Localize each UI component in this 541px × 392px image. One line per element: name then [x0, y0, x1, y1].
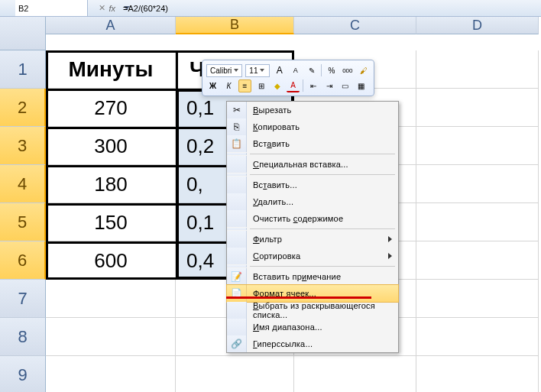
menu-item-icon-empty — [227, 319, 247, 335]
cell[interactable] — [46, 280, 176, 318]
borders-icon[interactable]: ⊞ — [254, 79, 267, 92]
decrease-decimal-icon[interactable]: ⇤ — [306, 79, 319, 92]
row-header-2[interactable]: 2 — [0, 89, 46, 127]
cell[interactable] — [416, 89, 539, 127]
menu-item-label: Сортировка — [247, 251, 398, 261]
format-painter-icon[interactable]: 🖌 — [357, 64, 370, 77]
highlight-underline — [226, 296, 371, 299]
increase-decimal-icon[interactable]: ⇥ — [322, 79, 335, 92]
menu-item-label: Вставить... — [247, 180, 398, 190]
formula-bar: ✕ fx =A2/(60*24) — [0, 0, 541, 17]
cell[interactable] — [176, 356, 294, 392]
fx-area: ✕ fx — [88, 3, 118, 13]
cell[interactable]: 300 — [46, 127, 176, 165]
row-header-9[interactable]: 9 — [0, 356, 46, 392]
menu-item-label: Фильтр — [247, 235, 398, 244]
menu-item-icon: ✂ — [227, 102, 247, 118]
cell[interactable]: 150 — [46, 203, 176, 241]
cancel-icon[interactable]: ✕ — [99, 3, 105, 13]
menu-item-label: Очистить содержимое — [247, 214, 398, 223]
cell[interactable] — [294, 356, 416, 392]
font-size-select[interactable]: 11 — [245, 64, 270, 77]
cell[interactable]: 270 — [46, 89, 176, 127]
menu-item-label: Выбрать из раскрывающегося списка... — [247, 301, 398, 319]
menu-item-label: Удалить... — [247, 197, 398, 206]
context-menu-item[interactable]: Сортировка — [227, 248, 398, 264]
row-header-1[interactable]: 1 — [0, 50, 46, 89]
row-header-6[interactable]: 6 — [0, 241, 46, 280]
cell[interactable] — [46, 356, 176, 392]
bold-icon[interactable]: Ж — [206, 79, 219, 92]
cell[interactable] — [416, 50, 539, 89]
context-menu-item[interactable]: Фильтр — [227, 231, 398, 248]
cell[interactable] — [416, 127, 539, 165]
submenu-arrow-icon — [388, 236, 392, 242]
menu-item-label: Копировать — [247, 122, 398, 131]
menu-item-icon: 🔗 — [227, 335, 247, 352]
menu-item-label: Имя диапазона... — [247, 322, 398, 332]
fill-color-icon[interactable]: ◆ — [270, 79, 283, 92]
submenu-arrow-icon — [388, 253, 392, 259]
context-menu-item[interactable]: 🔗Гиперссылка... — [227, 335, 398, 352]
cell[interactable]: Минуты — [46, 50, 176, 89]
fx-icon[interactable]: fx — [109, 4, 115, 13]
menu-item-icon-empty — [227, 248, 247, 264]
cell[interactable] — [416, 356, 539, 392]
context-menu-item[interactable]: 📋Вставить — [227, 135, 398, 152]
formula-input[interactable]: =A2/(60*24) — [118, 4, 168, 13]
style-icon[interactable]: ✎ — [305, 64, 318, 77]
menu-item-icon: 📝 — [227, 268, 247, 285]
menu-item-icon: ⎘ — [227, 118, 247, 135]
menu-item-label: Вставить — [247, 139, 398, 148]
cell[interactable] — [416, 203, 539, 241]
row-header-7[interactable]: 7 — [0, 280, 46, 318]
context-menu-item[interactable]: Вставить... — [227, 177, 398, 193]
mini-toolbar: Calibri 11 A A ✎ % 000 🖌 Ж К ≡ ⊞ ◆ A ⇤ ⇥… — [202, 60, 374, 96]
context-menu-item[interactable]: Выбрать из раскрывающегося списка... — [227, 302, 398, 319]
percent-icon[interactable]: % — [325, 64, 338, 77]
context-menu-item[interactable]: 📝Вставить примечание — [227, 268, 398, 285]
col-header-B[interactable]: B — [176, 17, 294, 34]
cell[interactable] — [416, 318, 539, 356]
menu-item-icon-empty — [227, 193, 247, 210]
options-icon[interactable]: ▦ — [355, 79, 368, 92]
menu-item-icon-empty — [227, 156, 247, 173]
menu-item-icon-empty — [227, 302, 247, 319]
shrink-font-icon[interactable]: A — [289, 64, 302, 77]
italic-icon[interactable]: К — [222, 79, 235, 92]
font-color-icon[interactable]: A — [287, 79, 300, 92]
row-header-5[interactable]: 5 — [0, 203, 46, 241]
col-header-A[interactable]: A — [46, 17, 176, 34]
thousand-sep-icon[interactable]: 000 — [341, 64, 354, 77]
menu-item-icon-empty — [227, 177, 247, 193]
font-name-select[interactable]: Calibri — [206, 64, 242, 77]
cell[interactable]: 600 — [46, 241, 176, 280]
col-header-C[interactable]: C — [294, 17, 416, 34]
menu-item-icon: 📋 — [227, 135, 247, 152]
context-menu-item[interactable]: Имя диапазона... — [227, 319, 398, 335]
align-center-icon[interactable]: ≡ — [238, 79, 251, 92]
context-menu-item[interactable]: Специальная вставка... — [227, 156, 398, 173]
row-header-8[interactable]: 8 — [0, 318, 46, 356]
cell[interactable] — [46, 318, 176, 356]
menu-item-icon-empty — [227, 231, 247, 248]
context-menu-item[interactable]: ✂Вырезать — [227, 102, 398, 118]
select-all-corner[interactable] — [0, 17, 46, 50]
menu-item-label: Гиперссылка... — [247, 339, 398, 348]
cell[interactable] — [416, 280, 539, 318]
context-menu-item[interactable]: Очистить содержимое — [227, 210, 398, 227]
col-header-D[interactable]: D — [416, 17, 539, 34]
menu-item-label: Специальная вставка... — [247, 160, 398, 169]
menu-item-icon: 📄 — [227, 285, 247, 302]
row-header-4[interactable]: 4 — [0, 165, 46, 203]
context-menu-item[interactable]: 📄Формат ячеек... — [227, 285, 398, 302]
grow-font-icon[interactable]: A — [273, 64, 286, 77]
cell[interactable] — [416, 241, 539, 280]
merge-icon[interactable]: ▭ — [339, 79, 351, 92]
row-header-3[interactable]: 3 — [0, 127, 46, 165]
context-menu-item[interactable]: Удалить... — [227, 193, 398, 210]
context-menu-item[interactable]: ⎘Копировать — [227, 118, 398, 135]
cell[interactable] — [416, 165, 539, 203]
name-box[interactable] — [15, 0, 88, 16]
cell[interactable]: 180 — [46, 165, 176, 203]
